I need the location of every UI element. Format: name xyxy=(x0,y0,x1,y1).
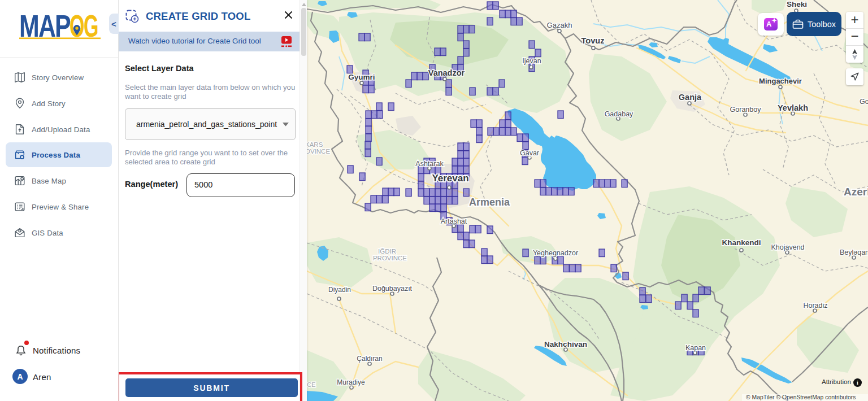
svg-text:Azerbaijan: Azerbaijan xyxy=(844,186,868,198)
svg-text:Muradiye: Muradiye xyxy=(337,378,365,386)
svg-text:Kapan: Kapan xyxy=(685,344,706,352)
svg-text:Diyadin: Diyadin xyxy=(328,286,351,294)
svg-text:Gazakh: Gazakh xyxy=(547,21,572,29)
svg-text:Nakhchivan: Nakhchivan xyxy=(544,340,587,348)
svg-text:Khankendi: Khankendi xyxy=(722,238,761,247)
svg-text:PROVINCE: PROVINCE xyxy=(373,255,407,261)
svg-text:Khojavend: Khojavend xyxy=(771,243,804,251)
svg-text:Goranboy: Goranboy xyxy=(730,106,762,114)
svg-text:Beyləqan: Beyləqan xyxy=(840,249,868,256)
svg-text:Armenia: Armenia xyxy=(469,197,510,208)
svg-text:KARS: KARS xyxy=(307,141,323,148)
svg-text:Mingachevir: Mingachevir xyxy=(759,77,802,85)
svg-text:Yerevan: Yerevan xyxy=(432,173,468,184)
svg-text:Artashat: Artashat xyxy=(441,217,467,225)
svg-text:Gavar: Gavar xyxy=(520,149,539,157)
svg-text:IĞDIR: IĞDIR xyxy=(378,248,396,255)
svg-text:OVINCE: OVINCE xyxy=(307,148,330,155)
svg-text:Yevlakh: Yevlakh xyxy=(778,103,808,112)
svg-text:Ijevan: Ijevan xyxy=(522,57,541,65)
svg-text:Çaldıran: Çaldıran xyxy=(357,355,382,363)
svg-text:Gyumri: Gyumri xyxy=(348,73,375,81)
svg-text:Goygol: Goygol xyxy=(860,98,868,106)
svg-text:Horadiz: Horadiz xyxy=(803,302,827,310)
svg-text:Sheki: Sheki xyxy=(787,0,807,8)
svg-text:Doğubayazıt: Doğubayazıt xyxy=(372,285,413,293)
svg-text:MAP: MAP xyxy=(19,8,71,42)
svg-text:Gadabay: Gadabay xyxy=(605,110,633,118)
svg-text:Yeghegnadzor: Yeghegnadzor xyxy=(533,249,578,257)
svg-text:CE: CE xyxy=(307,381,315,388)
svg-text:Ashtarak: Ashtarak xyxy=(415,160,444,168)
svg-text:Vanadzor: Vanadzor xyxy=(428,68,465,77)
svg-text:Ganja: Ganja xyxy=(679,93,702,102)
svg-text:Tovuz: Tovuz xyxy=(581,36,605,45)
